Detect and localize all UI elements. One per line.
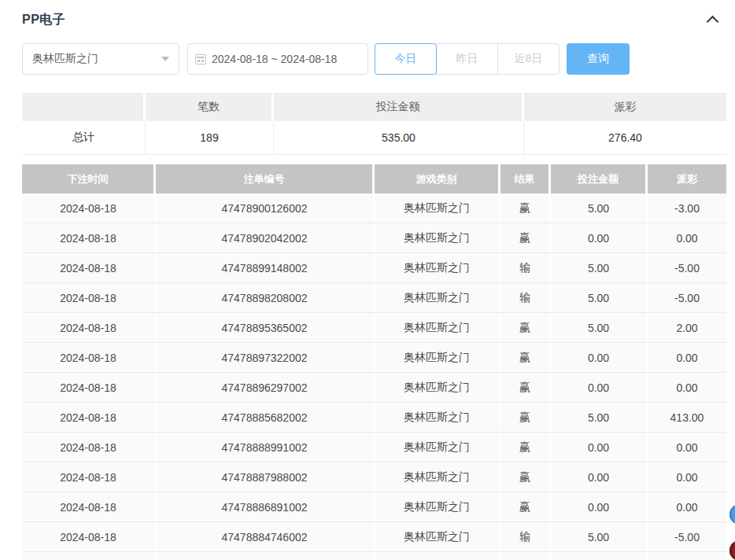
collapse-button[interactable] [704, 11, 722, 28]
chevron-up-icon [707, 16, 719, 28]
cell-bet-time: 2024-08-18 [22, 223, 156, 252]
summary-total-bet-amount: 535.00 [274, 121, 524, 154]
cell-bet-number: 47478887988002 [156, 462, 375, 492]
cell-bet-number: 47478899148002 [156, 253, 375, 282]
cell-bet-number: 47478902042002 [156, 223, 375, 252]
cell-bet-amount: 0.00 [551, 492, 648, 521]
bet-table: 下注时间 注单编号 游戏类别 结果 投注金额 派彩 2024-08-184747… [22, 164, 726, 560]
calendar-icon [195, 54, 206, 64]
cell-game-category: 奥林匹斯之门 [375, 492, 500, 521]
table-row: 2024-08-1847478887988002奥林匹斯之门赢0.000.00 [22, 462, 726, 492]
cell-payout: 413.00 [648, 403, 726, 432]
date-range-value: 2024-08-18 ~ 2024-08-18 [212, 53, 337, 65]
cell-game-category: 奥林匹斯之门 [375, 253, 500, 282]
cell-game-category: 奥林匹斯之门 [375, 313, 500, 342]
summary-header-payout: 派彩 [524, 93, 726, 121]
cell-result: 输 [500, 253, 551, 282]
summary-header-empty [22, 93, 146, 121]
cell-result: 输 [500, 522, 551, 551]
cell-bet-amount: 5.00 [551, 313, 648, 342]
header-result: 结果 [500, 164, 551, 193]
summary-total-row: 总计 189 535.00 276.40 [22, 121, 726, 155]
cell-game-category: 奥林匹斯之门 [375, 343, 500, 372]
cell-bet-time: 2024-08-18 [22, 283, 156, 312]
summary-total-payout: 276.40 [524, 121, 726, 154]
cell-result: 赢 [500, 223, 551, 252]
header-bet-number: 注单编号 [156, 164, 375, 193]
cell-game-category: 奥林匹斯之门 [375, 462, 500, 492]
cell-bet-time: 2024-08-18 [22, 373, 156, 402]
cell-game-category: 奥林匹斯之门 [375, 522, 500, 551]
table-row: 2024-08-1847478902042002奥林匹斯之门赢0.000.00 [22, 223, 726, 253]
cell-bet-amount: 0.00 [551, 343, 648, 372]
cell-payout: -5.00 [648, 253, 726, 282]
table-row: 2024-08-1847478886891002奥林匹斯之门赢0.000.00 [22, 492, 726, 522]
cell-bet-amount: 5.00 [551, 193, 648, 223]
summary-total-label: 总计 [22, 121, 146, 154]
bet-table-header: 下注时间 注单编号 游戏类别 结果 投注金额 派彩 [22, 164, 726, 193]
cell-result: 赢 [500, 492, 551, 521]
cell-game-category: 奥林匹斯之门 [375, 283, 500, 312]
filter-bar: 奥林匹斯之门 2024-08-18 ~ 2024-08-18 今日 昨日 近8日… [22, 43, 726, 75]
header-payout: 派彩 [648, 164, 726, 193]
cell-payout: -3.00 [648, 193, 726, 223]
cell-empty [375, 552, 500, 560]
cell-bet-number: 47478897322002 [156, 343, 375, 372]
cell-game-category: 奥林匹斯之门 [375, 193, 500, 223]
cell-empty [648, 552, 726, 560]
game-select-value: 奥林匹斯之门 [32, 52, 161, 66]
table-row: 2024-08-1847478896297002奥林匹斯之门赢0.000.00 [22, 373, 726, 403]
date-range-input[interactable]: 2024-08-18 ~ 2024-08-18 [187, 43, 368, 75]
summary-table: 笔数 投注金额 派彩 总计 189 535.00 276.40 [22, 93, 726, 155]
table-row: 2024-08-1847478897322002奥林匹斯之门赢0.000.00 [22, 343, 726, 373]
cell-payout: -5.00 [648, 283, 726, 312]
cell-bet-amount: 5.00 [551, 283, 648, 312]
pp-panel: PP电子 奥林匹斯之门 2024-08-18 ~ 2024-08-18 今日 昨… [0, 0, 735, 560]
summary-total-count: 189 [146, 121, 274, 154]
cell-result: 输 [500, 283, 551, 312]
cell-empty [156, 552, 375, 560]
table-row: 2024-08-1847478899148002奥林匹斯之门输5.00-5.00 [22, 253, 726, 283]
summary-header-bet-amount: 投注金额 [274, 93, 524, 121]
cell-result: 赢 [500, 193, 551, 223]
cell-game-category: 奥林匹斯之门 [375, 223, 500, 252]
cell-bet-amount: 5.00 [551, 253, 648, 282]
cell-payout: -5.00 [648, 522, 726, 551]
cell-bet-time: 2024-08-18 [22, 462, 156, 492]
table-row: 2024-08-1847478898208002奥林匹斯之门输5.00-5.00 [22, 283, 726, 313]
cell-empty [500, 552, 551, 560]
cell-bet-time: 2024-08-18 [22, 403, 156, 432]
cell-bet-amount: 0.00 [551, 223, 648, 252]
cell-bet-time: 2024-08-18 [22, 433, 156, 462]
panel-header: PP电子 [22, 11, 726, 28]
game-select[interactable]: 奥林匹斯之门 [22, 43, 179, 75]
cell-bet-time: 2024-08-18 [22, 522, 156, 551]
query-button[interactable]: 查询 [567, 43, 630, 75]
cell-bet-number: 47478895365002 [156, 313, 375, 342]
cell-result: 赢 [500, 462, 551, 492]
header-bet-time: 下注时间 [22, 164, 156, 193]
last-8-days-button[interactable]: 近8日 [497, 43, 560, 75]
cell-result: 赢 [500, 433, 551, 462]
today-button[interactable]: 今日 [375, 43, 437, 75]
cell-bet-number: 47478898208002 [156, 283, 375, 312]
cell-payout: 0.00 [648, 343, 726, 372]
cell-payout: 2.00 [648, 313, 726, 342]
summary-header-row: 笔数 投注金额 派彩 [22, 93, 726, 121]
header-bet-amount: 投注金额 [551, 164, 648, 193]
cell-bet-amount: 0.00 [551, 433, 648, 462]
bet-table-body: 2024-08-1847478900126002奥林匹斯之门赢5.00-3.00… [22, 193, 726, 560]
cell-payout: 0.00 [648, 462, 726, 492]
cell-empty [22, 552, 156, 560]
cell-bet-time: 2024-08-18 [22, 343, 156, 372]
table-row: 2024-08-1847478895365002奥林匹斯之门赢5.002.00 [22, 313, 726, 343]
cell-bet-time: 2024-08-18 [22, 193, 156, 223]
table-row: 2024-08-1847478888991002奥林匹斯之门赢0.000.00 [22, 433, 726, 462]
cell-game-category: 奥林匹斯之门 [375, 373, 500, 402]
summary-header-count: 笔数 [146, 93, 274, 121]
cell-bet-number: 47478885682002 [156, 403, 375, 432]
cell-payout: 0.00 [648, 373, 726, 402]
cell-bet-number: 47478884746002 [156, 522, 375, 551]
cell-bet-amount: 0.00 [551, 462, 648, 492]
yesterday-button[interactable]: 昨日 [436, 43, 498, 75]
